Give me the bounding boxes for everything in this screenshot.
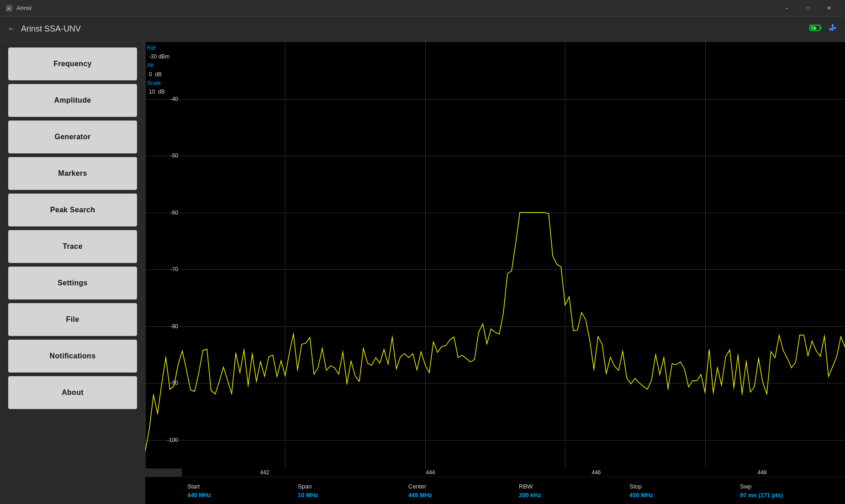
app: ← Arinst SSA-UNV ⚡ [0,16,845,504]
sidebar-btn-markers[interactable]: Markers [8,157,137,190]
battery-icon: ⚡ [809,24,822,34]
bottom-info: Start 440 MHz Span 10 MHz Center 445 MHz… [145,477,845,504]
sidebar: FrequencyAmplitudeGeneratorMarkersPeak S… [0,42,145,504]
minimize-button[interactable]: − [776,0,797,16]
stop-label: Stop [629,483,729,490]
start-section: Start 440 MHz [182,479,292,502]
main-plot: Ref -30 dBm Att 0 dB Scale 10 dB -40-50-… [145,42,845,468]
swp-label: Swp [740,483,840,490]
titlebar: A Arinst − □ ✕ [0,0,845,16]
x-freq-label-446: 446 [592,469,601,476]
x-freq-labels: 442444446448 [182,468,845,477]
span-label: Span [298,483,397,490]
svg-marker-7 [831,24,834,26]
app-title: Arinst SSA-UNV [21,24,809,34]
svg-rect-3 [820,26,821,29]
sidebar-btn-generator[interactable]: Generator [8,121,137,153]
span-value: 10 MHz [298,492,397,499]
usb-icon [828,23,838,35]
x-freq-label-444: 444 [426,469,435,476]
plot-area: Ref -30 dBm Att 0 dB Scale 10 dB -40-50-… [145,42,845,468]
sidebar-btn-amplitude[interactable]: Amplitude [8,84,137,117]
rbw-value: 200 kHz [519,492,618,499]
rbw-label: RBW [519,483,618,490]
app-header: ← Arinst SSA-UNV ⚡ [0,16,845,42]
start-label: Start [187,483,287,490]
sidebar-btn-trace[interactable]: Trace [8,230,137,263]
svg-text:⚡: ⚡ [813,26,818,31]
span-section: Span 10 MHz [292,479,403,502]
sidebar-btn-about[interactable]: About [8,376,137,409]
center-section: Center 445 MHz [403,479,513,502]
spectrum-canvas [145,42,845,468]
back-button[interactable]: ← [7,24,16,34]
titlebar-title: Arinst [16,5,776,11]
swp-value: 97 ms (171 pts) [740,492,840,499]
swp-section: Swp 97 ms (171 pts) [734,479,845,502]
close-button[interactable]: ✕ [819,0,840,16]
titlebar-controls: − □ ✕ [776,0,840,16]
app-icon: A [5,5,13,12]
center-value: 445 MHz [408,492,508,499]
maximize-button[interactable]: □ [797,0,819,16]
center-label: Center [408,483,508,490]
rbw-section: RBW 200 kHz [513,479,624,502]
sidebar-btn-file[interactable]: File [8,303,137,336]
sidebar-btn-peak-search[interactable]: Peak Search [8,194,137,226]
stop-section: Stop 450 MHz [624,479,734,502]
chart-panel: Ref -30 dBm Att 0 dB Scale 10 dB -40-50-… [145,42,845,504]
sidebar-btn-settings[interactable]: Settings [8,267,137,299]
start-value: 440 MHz [187,492,287,499]
content: FrequencyAmplitudeGeneratorMarkersPeak S… [0,42,845,504]
sidebar-btn-frequency[interactable]: Frequency [8,47,137,80]
stop-value: 450 MHz [629,492,729,499]
x-freq-label-442: 442 [260,469,269,476]
chart-meta: Ref -30 dBm Att 0 dB Scale 10 dB [145,42,182,98]
sidebar-btn-notifications[interactable]: Notifications [8,340,137,373]
header-icons: ⚡ [809,23,838,35]
x-freq-label-448: 448 [757,469,766,476]
svg-text:A: A [7,6,10,11]
